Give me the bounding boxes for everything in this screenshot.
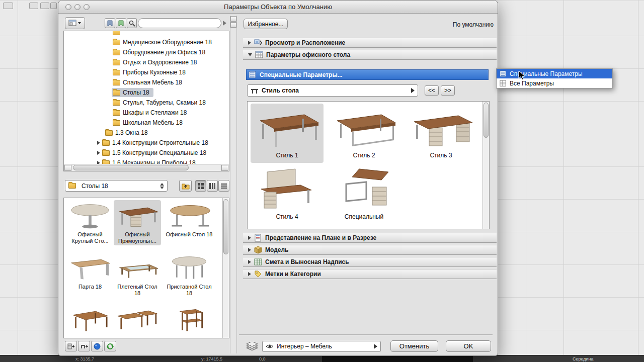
section-label: Просмотр и Расположение	[265, 39, 345, 46]
table-style-dropdown[interactable]: Стиль стола	[247, 84, 418, 97]
disclosure-triangle-icon[interactable]	[248, 53, 252, 56]
style-label: Специальный	[328, 213, 400, 220]
style-option-selected[interactable]: Стиль 1	[251, 104, 324, 163]
favorites-button[interactable]: Избранное...	[244, 19, 288, 29]
section-desk-parameters[interactable]: Параметры офисного стола	[243, 50, 497, 60]
bookmark-add-button[interactable]	[116, 18, 126, 28]
library-item[interactable]: Плетеный Стол 18	[114, 253, 161, 297]
settings-panel: Избранное... По умолчанию Просмотр и Рас…	[232, 1, 498, 356]
disclosure-triangle-icon[interactable]	[248, 272, 251, 276]
disclosure-triangle-icon[interactable]	[97, 141, 100, 145]
library-item[interactable]: Офисный Стол 18	[166, 201, 213, 238]
style-option[interactable]: Стиль 4	[251, 165, 324, 224]
current-folder-dropdown[interactable]: Столы 18	[65, 180, 168, 192]
school-desk-image	[66, 254, 114, 283]
tree-item[interactable]: Медицинское Оборудование 18	[64, 37, 228, 47]
menu-item-label: Все Параметры	[510, 80, 554, 87]
schedule-icon	[254, 258, 262, 266]
bimcomponents-button[interactable]	[91, 341, 103, 351]
view-columns-button[interactable]	[207, 180, 218, 192]
desk-style1-image	[252, 106, 323, 150]
library-item-selected[interactable]: Офисный Прямоугольн...	[114, 200, 161, 245]
tree-item[interactable]: Школьная Мебель 18	[64, 118, 228, 128]
disclosure-triangle-icon[interactable]	[248, 248, 251, 252]
background-toolbar-icon	[3, 3, 13, 9]
tree-item-partial[interactable]	[64, 31, 228, 37]
rect-office-desk-image	[114, 202, 161, 230]
section-preview-positioning[interactable]: Просмотр и Расположение	[243, 38, 497, 48]
next-page-button[interactable]: >>	[441, 85, 455, 96]
library-view-menu-button[interactable]	[65, 17, 85, 29]
preview-positioning-icon	[254, 39, 262, 47]
tree-item[interactable]: 1.4 Конструкции Строительные 18	[64, 138, 228, 148]
folder-icon	[113, 100, 120, 106]
library-item-thumbnail	[66, 253, 114, 283]
library-tree: Медицинское Оборудование 18 Оборудование…	[63, 31, 229, 171]
special-parameters-button[interactable]: Специальные Параметры...	[246, 69, 489, 80]
library-item[interactable]: Приставной Стол 18	[166, 253, 213, 297]
section-schedule-label[interactable]: Смета и Выносная Надпись	[243, 257, 497, 267]
tree-item[interactable]: Отдых и Оздоровление 18	[64, 57, 228, 67]
disclosure-triangle-icon[interactable]	[248, 236, 251, 240]
view-grid-button[interactable]	[195, 180, 206, 192]
tree-item[interactable]: 1.3 Окна 18	[64, 128, 228, 138]
tree-item[interactable]: Спальная Мебель 18	[64, 77, 228, 87]
style-option[interactable]: Стиль 3	[405, 104, 477, 163]
section-plan-section-view[interactable]: Представление на Плане и в Разрезе	[243, 233, 497, 243]
dropdown-arrow-icon	[411, 88, 415, 93]
grid-line	[564, 0, 564, 355]
desk-style3-image	[406, 106, 476, 150]
library-item[interactable]	[166, 305, 213, 334]
library-item[interactable]	[66, 305, 114, 334]
preview-vertical-scrollbar[interactable]	[482, 102, 489, 229]
search-history-arrow-icon[interactable]	[223, 21, 226, 26]
tree-item[interactable]: 1.5 Конструкции Специальные 18	[64, 148, 228, 158]
library-item[interactable]: Офисный Круглый Сто...	[66, 201, 114, 244]
section-tags-categories[interactable]: Метки и Категории	[243, 269, 497, 279]
library-item-label: Плетеный Стол 18	[114, 284, 161, 297]
disclosure-triangle-icon[interactable]	[97, 151, 100, 155]
library-item-thumbnail	[114, 201, 161, 230]
search-button[interactable]	[127, 18, 137, 28]
tree-horizontal-scrollbar[interactable]	[64, 164, 229, 171]
style-option[interactable]: Специальный	[328, 165, 400, 224]
prev-page-button[interactable]: <<	[425, 85, 439, 96]
embed-object-button[interactable]	[65, 341, 77, 351]
scroll-thumb[interactable]	[73, 165, 189, 170]
menu-item-special-parameters[interactable]: Специальные Параметры	[497, 69, 612, 78]
tree-item[interactable]: Стулья, Табуреты, Скамьи 18	[64, 98, 228, 108]
tree-item-selected[interactable]: Столы 18	[64, 87, 228, 98]
tree-item[interactable]: Приборы Кухонные 18	[64, 67, 228, 77]
folder-up-button[interactable]	[179, 180, 192, 192]
thumbs-vertical-scrollbar[interactable]	[222, 198, 229, 338]
library-item[interactable]: Парта 18	[66, 253, 114, 290]
layer-dropdown[interactable]: Интерьер – Мебель	[262, 341, 381, 352]
default-mode-label: По умолчанию	[453, 21, 494, 28]
library-view-icon	[68, 20, 82, 27]
view-list-button[interactable]	[218, 180, 229, 192]
library-item-label: Офисный Круглый Сто...	[66, 231, 114, 244]
ok-button[interactable]: OK	[446, 340, 491, 352]
scroll-thumb[interactable]	[484, 103, 489, 138]
bottom-separator	[239, 334, 493, 335]
table-style-label: Стиль стола	[262, 87, 299, 94]
scroll-right-icon[interactable]	[221, 165, 228, 171]
section-label: Параметры офисного стола	[266, 51, 350, 58]
reload-library-button[interactable]	[104, 341, 116, 351]
section-model[interactable]: Модель	[243, 245, 497, 255]
bookmark-toggle-button[interactable]	[105, 18, 115, 28]
style-option[interactable]: Стиль 2	[328, 104, 400, 163]
disclosure-triangle-icon[interactable]	[248, 41, 251, 45]
library-item[interactable]	[114, 305, 161, 334]
cancel-button[interactable]: Отменить	[390, 340, 438, 352]
tree-item[interactable]: Шкафы и Стеллажи 18	[64, 108, 228, 118]
tree-item[interactable]: Оборудование для Офиса 18	[64, 47, 228, 57]
scroll-thumb[interactable]	[223, 199, 228, 254]
library-search-input[interactable]	[138, 18, 221, 28]
export-object-button[interactable]	[78, 341, 90, 351]
folder-icon	[102, 140, 110, 146]
library-item-label: Приставной Стол 18	[166, 284, 213, 297]
scroll-left-icon[interactable]	[64, 165, 71, 171]
menu-item-all-parameters[interactable]: Все Параметры	[497, 78, 612, 88]
disclosure-triangle-icon[interactable]	[248, 260, 251, 264]
